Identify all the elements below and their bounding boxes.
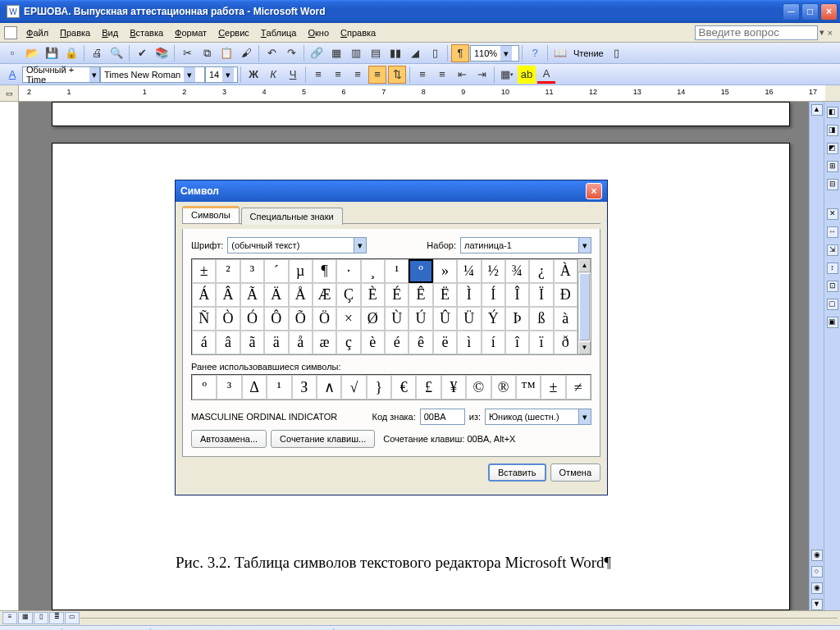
insert-table-icon[interactable]: ▥ (347, 44, 365, 62)
symbol-cell[interactable]: Ä (264, 283, 288, 307)
symbol-cell[interactable]: Î (505, 283, 529, 307)
menubar-close-icon[interactable]: × (828, 28, 833, 38)
symbol-cell[interactable]: º (409, 259, 432, 283)
select-arrow-icon[interactable]: ↖ (66, 628, 84, 631)
symbol-cell[interactable]: ¿ (529, 259, 553, 283)
menu-правка[interactable]: Правка (54, 25, 96, 41)
normal-view-icon[interactable]: ≡ (2, 612, 17, 624)
highlight-icon[interactable]: ab (518, 66, 536, 84)
recent-symbol-cell[interactable]: º (192, 375, 217, 399)
close-button[interactable]: × (820, 3, 838, 21)
font-color-draw-icon[interactable]: A (377, 628, 395, 631)
symbol-cell[interactable]: ç (336, 331, 360, 354)
symbol-cell[interactable]: Ú (409, 307, 432, 331)
scroll-down-btn[interactable]: ▼ (811, 599, 823, 610)
tables-icon[interactable]: ▦ (327, 44, 345, 62)
scroll-up-icon[interactable]: ▲ (578, 259, 591, 272)
open-icon[interactable]: 📂 (23, 44, 41, 62)
recent-symbol-cell[interactable]: © (466, 375, 491, 399)
symbol-cell[interactable]: å (289, 331, 313, 354)
recent-symbol-cell[interactable]: ³ (217, 375, 241, 399)
symbol-cell[interactable]: · (336, 259, 360, 283)
align-center-icon[interactable]: ≡ (329, 66, 347, 84)
side-btn-12[interactable]: ▣ (827, 317, 838, 328)
symbol-cell[interactable]: Â (216, 283, 240, 307)
shadow-icon[interactable]: ◼ (455, 628, 473, 631)
minimize-button[interactable]: ─ (783, 3, 800, 21)
dialog-titlebar[interactable]: Символ × (176, 180, 607, 202)
symbol-cell[interactable]: ¶ (313, 259, 336, 283)
help-icon[interactable]: ? (526, 44, 544, 62)
symbol-cell[interactable]: ê (409, 331, 432, 354)
new-doc-icon[interactable]: ▫ (3, 44, 21, 62)
side-btn-10[interactable]: ⊡ (827, 281, 838, 292)
grid-scrollbar[interactable]: ▲ ▼ (578, 258, 591, 355)
recent-symbol-cell[interactable]: З (292, 375, 317, 399)
hyperlink-icon[interactable]: 🔗 (308, 44, 326, 62)
symbol-cell[interactable]: Ý (482, 307, 505, 331)
line-icon[interactable]: ╲ (154, 628, 172, 631)
symbol-cell[interactable]: Þ (505, 307, 529, 331)
symbol-cell[interactable]: ± (192, 259, 216, 283)
symbol-cell[interactable]: Õ (289, 307, 313, 331)
next-page-btn[interactable]: ◉ (811, 582, 823, 594)
picture-icon[interactable]: 🖼 (312, 628, 330, 631)
symbol-cell[interactable]: Å (289, 283, 313, 307)
font-combo-dialog[interactable]: (обычный текст)▾ (227, 237, 367, 253)
dash-style-icon[interactable]: ┄ (416, 628, 434, 631)
symbol-cell[interactable]: À (554, 259, 578, 283)
borders-icon[interactable]: ▦▾ (498, 66, 516, 84)
symbol-cell[interactable]: Ç (336, 283, 360, 307)
side-btn-6[interactable]: ✕ (827, 208, 838, 220)
line-color-icon[interactable]: 🖊 (357, 628, 375, 631)
side-btn-7[interactable]: ↔ (827, 226, 838, 238)
font-color-icon[interactable]: A (537, 66, 555, 84)
outline-view-icon[interactable]: ≣ (49, 612, 64, 624)
symbol-cell[interactable]: ¸ (361, 259, 385, 283)
symbol-grid[interactable]: ±²³´µ¶·¸¹º»¼½¾¿ÀÁÂÃÄÅÆÇÈÉÊËÌÍÎÏÐÑÒÓÔÕÖ×Ø… (191, 258, 578, 355)
recent-symbol-cell[interactable]: € (391, 375, 416, 399)
symbol-cell[interactable]: í (482, 331, 505, 354)
symbol-cell[interactable]: Æ (313, 283, 336, 307)
charcode-input[interactable] (420, 409, 465, 425)
italic-icon[interactable]: К (264, 66, 282, 84)
show-marks-icon[interactable]: ¶ (451, 44, 469, 62)
style-combo[interactable]: Обычный + Time▾ (22, 66, 100, 83)
menu-таблица[interactable]: Таблица (255, 25, 303, 41)
menu-окно[interactable]: Окно (302, 25, 335, 41)
tab-special[interactable]: Специальные знаки (241, 208, 343, 225)
arrow-icon[interactable]: ↘ (174, 628, 192, 631)
docmap-icon[interactable]: ▯ (426, 44, 444, 62)
dialog-close-icon[interactable]: × (586, 183, 602, 199)
research-icon[interactable]: 📚 (153, 44, 171, 62)
symbol-cell[interactable]: Ü (457, 307, 481, 331)
symbol-cell[interactable]: ³ (240, 259, 264, 283)
side-btn-3[interactable]: ◩ (827, 143, 838, 154)
menu-вставка[interactable]: Вставка (124, 25, 169, 41)
symbol-cell[interactable]: Ï (529, 283, 553, 307)
symbol-cell[interactable]: Í (482, 283, 505, 307)
symbol-cell[interactable]: Ó (240, 307, 264, 331)
browse-object-btn[interactable]: ○ (811, 566, 823, 578)
from-combo[interactable]: Юникод (шестн.)▾ (485, 409, 591, 425)
scroll-down-icon[interactable]: ▼ (578, 341, 591, 354)
side-btn-5[interactable]: ⊟ (827, 179, 838, 190)
side-btn-1[interactable]: ◧ (827, 107, 838, 118)
symbol-cell[interactable]: Ô (264, 307, 288, 331)
zoom-combo[interactable]: 110%▾ (470, 45, 519, 62)
symbol-cell[interactable]: É (385, 283, 409, 307)
spellcheck-icon[interactable]: ✔ (133, 44, 151, 62)
symbol-cell[interactable]: â (216, 331, 240, 354)
symbol-cell[interactable]: Ö (313, 307, 336, 331)
symbol-cell[interactable]: Ù (385, 307, 409, 331)
fill-color-icon[interactable]: 🪣 (337, 628, 355, 631)
symbol-cell[interactable]: ¹ (385, 259, 409, 283)
symbol-cell[interactable]: ² (216, 259, 240, 283)
symbol-cell[interactable]: ð (554, 331, 578, 354)
symbol-cell[interactable]: Ø (361, 307, 385, 331)
justify-icon[interactable]: ≡ (368, 66, 386, 84)
recent-symbol-cell[interactable]: £ (416, 375, 441, 399)
textbox-icon[interactable]: ▣ (233, 628, 251, 631)
recent-symbol-cell[interactable]: ™ (516, 375, 541, 399)
symbol-cell[interactable]: » (433, 259, 457, 283)
